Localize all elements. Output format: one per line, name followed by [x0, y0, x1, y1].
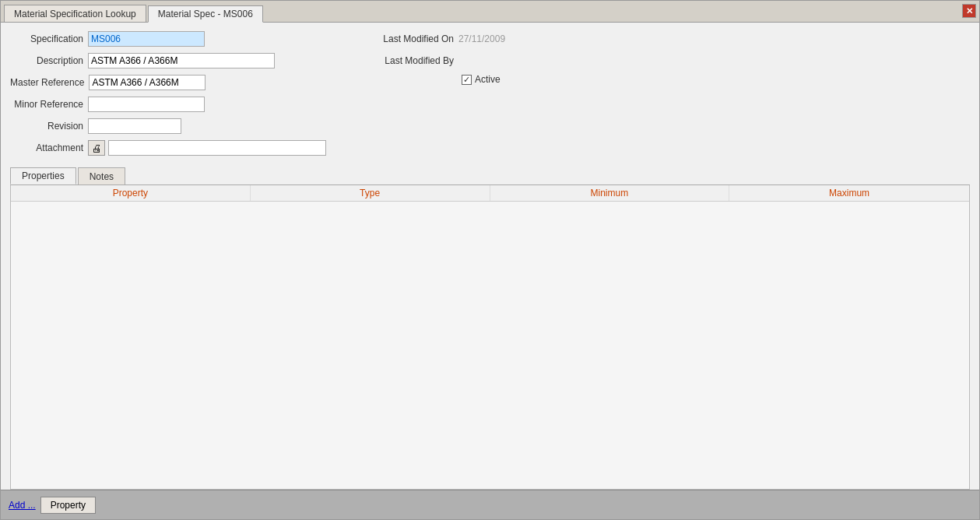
minor-reference-label: Minor Reference: [10, 99, 88, 110]
revision-row: Revision: [10, 118, 326, 135]
last-modified-by-row: Last Modified By: [373, 52, 505, 69]
col-header-property: Property: [11, 185, 251, 201]
master-reference-row: Master Reference: [10, 74, 326, 91]
active-label: Active: [475, 74, 501, 85]
inner-tab-bar: Properties Notes: [10, 167, 970, 185]
master-reference-input[interactable]: [89, 75, 205, 90]
main-content: Specification Description Master Referen…: [1, 23, 979, 490]
tab-spec[interactable]: Material Spec - MS006: [148, 5, 263, 23]
active-row: ✓ Active: [373, 74, 505, 85]
description-row: Description: [10, 52, 326, 69]
form-section: Specification Description Master Referen…: [10, 30, 970, 161]
last-modified-on-value: 27/11/2009: [458, 33, 505, 44]
minor-reference-row: Minor Reference: [10, 96, 326, 113]
col-header-minimum: Minimum: [490, 185, 730, 201]
tab-notes[interactable]: Notes: [78, 167, 125, 184]
last-modified-by-label: Last Modified By: [373, 55, 458, 66]
attachment-input[interactable]: [108, 140, 326, 156]
minor-reference-input[interactable]: [88, 97, 205, 112]
specification-label: Specification: [10, 33, 88, 44]
main-window: Material Specification Lookup Material S…: [0, 0, 980, 520]
specification-row: Specification: [10, 30, 326, 47]
revision-input[interactable]: [88, 118, 181, 134]
form-left: Specification Description Master Referen…: [10, 30, 326, 161]
attach-row: 🖨: [88, 140, 326, 156]
bottom-bar: Add ... Property: [1, 490, 979, 519]
col-header-type: Type: [251, 185, 490, 201]
description-input[interactable]: [88, 53, 275, 69]
col-header-maximum: Maximum: [729, 185, 969, 201]
tab-lookup[interactable]: Material Specification Lookup: [4, 5, 146, 22]
last-modified-on-row: Last Modified On 27/11/2009: [373, 30, 505, 47]
description-label: Description: [10, 55, 88, 66]
last-modified-on-label: Last Modified On: [373, 33, 458, 44]
master-reference-label: Master Reference: [10, 77, 89, 88]
property-button[interactable]: Property: [40, 497, 96, 514]
attach-button[interactable]: 🖨: [88, 140, 105, 156]
form-right: Last Modified On 27/11/2009 Last Modifie…: [373, 30, 505, 161]
close-button[interactable]: ✕: [962, 4, 976, 18]
checkmark-icon: ✓: [463, 76, 470, 84]
properties-table: Property Type Minimum Maximum: [10, 185, 970, 490]
attachment-row: Attachment 🖨: [10, 139, 326, 156]
add-link[interactable]: Add ...: [9, 500, 36, 511]
active-checkbox[interactable]: ✓: [462, 75, 472, 85]
attachment-label: Attachment: [10, 142, 88, 153]
specification-input[interactable]: [88, 31, 205, 47]
top-tab-bar: Material Specification Lookup Material S…: [1, 1, 979, 23]
revision-label: Revision: [10, 121, 88, 132]
tab-properties[interactable]: Properties: [10, 167, 76, 184]
table-body: [11, 202, 969, 489]
attach-icon: 🖨: [92, 142, 102, 154]
table-header: Property Type Minimum Maximum: [11, 185, 969, 202]
